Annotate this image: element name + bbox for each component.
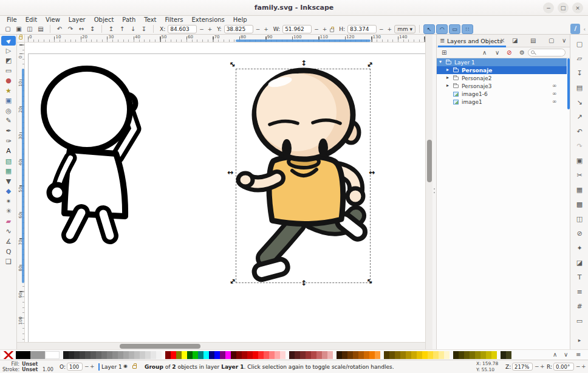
box3d-tool[interactable]: ▣ (1, 96, 16, 106)
color-swatch[interactable] (107, 351, 112, 359)
color-swatch[interactable] (214, 351, 220, 359)
select-all-layers-icon[interactable]: ▣ (13, 24, 24, 33)
color-swatch[interactable] (91, 351, 96, 359)
w-minus[interactable]: − (313, 26, 320, 32)
flip-horizontal-icon[interactable]: ↔ (76, 24, 87, 33)
horizontal-scroll-thumb[interactable] (120, 344, 200, 349)
fill-value[interactable]: Unset (22, 361, 38, 367)
zoom-input[interactable]: 217% (512, 363, 533, 371)
lower-icon[interactable]: ↓ (128, 24, 138, 33)
opacity-input[interactable]: 100 (67, 363, 83, 371)
color-swatch[interactable] (459, 351, 464, 359)
color-swatch[interactable] (264, 351, 269, 359)
color-swatch[interactable] (411, 351, 417, 359)
color-swatch[interactable] (306, 351, 311, 359)
vertical-ruler[interactable]: 0102030405060708090100 (17, 43, 25, 342)
color-swatch[interactable] (406, 351, 411, 359)
color-swatch[interactable] (470, 351, 475, 359)
text-tool[interactable]: A (1, 146, 16, 156)
color-swatch[interactable] (400, 351, 406, 359)
color-swatch[interactable] (295, 351, 300, 359)
zoom-minus[interactable]: − (535, 363, 539, 369)
tab-export[interactable]: ▤ (530, 37, 536, 44)
color-swatch[interactable] (156, 351, 162, 359)
menu-filters[interactable]: Filters (161, 16, 188, 23)
color-swatch[interactable] (300, 351, 306, 359)
print-icon[interactable]: ▤ (570, 84, 588, 92)
color-swatch[interactable] (112, 351, 118, 359)
horizontal-ruler[interactable]: 0102030405060708090100110120130140150 (25, 35, 425, 43)
color-swatch[interactable] (486, 351, 491, 359)
color-swatch[interactable] (269, 351, 275, 359)
unit-dropdown[interactable]: mm ▾ (394, 25, 415, 33)
canvas[interactable]: ↔↕↔↔↔↔↕↔ (25, 43, 425, 342)
outline-character-drawing[interactable] (35, 61, 145, 242)
zoom-tool[interactable]: Q (1, 247, 16, 257)
color-swatch[interactable] (96, 351, 101, 359)
group-icon[interactable]: ✦ (570, 244, 588, 252)
menu-path[interactable]: Path (118, 16, 140, 23)
visibility-icon[interactable]: ∞ (552, 91, 557, 97)
color-swatch[interactable] (134, 351, 140, 359)
raise-icon[interactable]: ↑ (117, 24, 128, 33)
color-swatch[interactable] (275, 351, 280, 359)
gradient-tool[interactable]: ▧ (1, 157, 16, 166)
color-swatch[interactable] (253, 351, 258, 359)
expander-icon[interactable]: ▸ (446, 75, 449, 80)
color-swatch[interactable] (176, 351, 182, 359)
color-swatch[interactable] (289, 351, 295, 359)
w-plus[interactable]: + (321, 26, 329, 32)
color-swatch[interactable] (129, 351, 134, 359)
color-swatch[interactable] (85, 351, 91, 359)
minimize-button[interactable]: − (543, 2, 554, 13)
pencil-tool[interactable]: ✎ (1, 116, 16, 126)
color-swatch[interactable] (193, 351, 198, 359)
menu-object[interactable]: Object (90, 16, 118, 23)
scale-stroke-toggle[interactable]: ↖ (423, 24, 435, 34)
selector-tool[interactable]: ▶ (1, 36, 16, 46)
transform-dialog-icon[interactable]: # (570, 303, 588, 310)
layers-tab-close-icon[interactable]: × (500, 37, 505, 44)
move-gradients-toggle[interactable]: ▭ (449, 24, 460, 34)
color-swatch[interactable] (258, 351, 264, 359)
handle-w[interactable]: ↔ (225, 168, 235, 177)
rotate-ccw-icon[interactable]: ↶ (54, 24, 65, 33)
handle-e[interactable]: ↔ (367, 168, 377, 177)
color-swatch[interactable] (316, 351, 322, 359)
x-plus[interactable]: + (207, 26, 214, 32)
lock-ratio-icon[interactable] (329, 26, 335, 32)
paint-bucket-tool[interactable]: ◆ (1, 187, 16, 196)
color-swatch[interactable] (464, 351, 470, 359)
layer-row-layer-1[interactable]: ▾Layer 1 (437, 58, 567, 66)
palette-scroll-down-icon[interactable]: ∨ (564, 351, 568, 358)
canvas-horizontal-scrollbar[interactable] (17, 342, 425, 349)
color-swatch[interactable] (342, 351, 347, 359)
handle-n[interactable]: ↕ (299, 58, 309, 68)
opacity-minus[interactable]: − (84, 363, 89, 369)
stroke-value[interactable]: Unset (22, 367, 38, 372)
menu-edit[interactable]: Edit (21, 16, 41, 23)
w-input[interactable]: 51.962 (282, 25, 312, 33)
running-character-drawing[interactable] (236, 69, 371, 283)
maximize-button[interactable]: □ (558, 2, 569, 13)
color-swatch[interactable] (182, 351, 187, 359)
palette-scroll-up-icon[interactable]: ∧ (553, 351, 557, 358)
redo-icon[interactable]: ↷ (570, 142, 588, 150)
star-tool[interactable]: ★ (1, 86, 16, 96)
color-swatch[interactable] (327, 351, 333, 359)
text-dialog-icon[interactable]: T (570, 273, 588, 281)
x-minus[interactable]: − (198, 26, 205, 32)
color-swatch[interactable] (506, 351, 511, 359)
spray-tool[interactable]: ✳ (1, 207, 16, 216)
color-swatch[interactable] (311, 351, 316, 359)
color-swatch[interactable] (280, 351, 285, 359)
color-swatch[interactable] (347, 351, 353, 359)
y-minus[interactable]: − (255, 26, 262, 32)
color-swatch[interactable] (45, 351, 60, 359)
color-swatch[interactable] (80, 351, 85, 359)
color-swatch[interactable] (475, 351, 480, 359)
color-swatch[interactable] (428, 351, 433, 359)
visibility-icon[interactable]: ∞ (552, 98, 557, 104)
color-swatch[interactable] (203, 351, 209, 359)
no-color-swatch[interactable] (1, 351, 16, 359)
